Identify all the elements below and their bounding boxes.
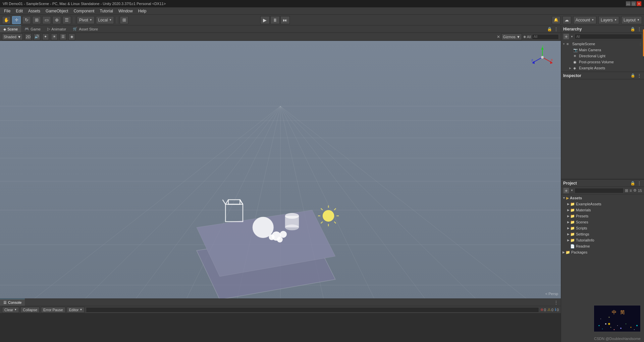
tab-console[interactable]: ☰ Console (0, 299, 25, 306)
menu-tutorial[interactable]: Tutorial (97, 8, 116, 14)
custom-tool-button[interactable]: ☰ (62, 16, 71, 24)
all-icon: ◈ (523, 35, 526, 39)
hierarchy-add-chevron-icon[interactable]: ▼ (571, 35, 573, 38)
pivot-dropdown[interactable]: Pivot ▼ (77, 16, 95, 24)
menu-file[interactable]: File (1, 8, 13, 14)
hierarchy-more-icon[interactable]: ⋮ (637, 26, 642, 32)
project-item-scenes[interactable]: ▶ 📁 Scenes (561, 219, 644, 225)
cloud-button[interactable]: ☁ (562, 16, 571, 24)
project-item-presets[interactable]: ▶ 📁 Presets (561, 213, 644, 219)
play-button[interactable]: ▶ (260, 16, 270, 24)
fx-button[interactable]: ☰ (60, 33, 66, 40)
svg-point-66 (634, 329, 635, 330)
menu-component[interactable]: Component (71, 8, 97, 14)
rect-tool-button[interactable]: ▭ (42, 16, 51, 24)
animator-tab-icon: ▷ (47, 27, 50, 31)
effects-button[interactable]: ✦ (42, 33, 49, 40)
hierarchy-scene-root[interactable]: ▼ ≡ SampleScene ⋮ (561, 41, 644, 47)
shading-dropdown[interactable]: Shaded ▼ (2, 33, 23, 40)
move-tool-button[interactable]: ✛ (12, 16, 21, 24)
tab-asset-store[interactable]: 🛒 Asset Store (69, 25, 101, 32)
menu-help[interactable]: Help (136, 8, 149, 14)
camera-icon: 📷 (573, 48, 578, 52)
project-search-input[interactable] (575, 188, 624, 193)
audio-button[interactable]: 🔊 (34, 33, 40, 40)
layers-dropdown[interactable]: Layers ▼ (598, 16, 619, 24)
scene-search-input[interactable] (532, 34, 559, 40)
scene-expand-icon: ▼ (562, 43, 567, 46)
project-item-readme[interactable]: ▶ 📄 Readme (561, 243, 644, 249)
clear-button[interactable]: Clear ▼ (2, 307, 19, 313)
grid-button[interactable]: ⊞ (120, 16, 128, 24)
tab-game[interactable]: 🎮 Game (21, 25, 44, 32)
menu-window[interactable]: Window (116, 8, 136, 14)
console-more-icon[interactable]: ⋮ (553, 300, 559, 305)
inspector-more-icon[interactable]: ⋮ (637, 73, 642, 78)
layout-dropdown[interactable]: Layout ▼ (621, 16, 642, 24)
shading-label: Shaded (4, 35, 16, 39)
assets-label: Assets (570, 196, 582, 200)
project-view-icon1[interactable]: ⊞ (625, 188, 628, 193)
2d-button[interactable]: 2D (25, 33, 32, 40)
project-more-icon[interactable]: ⋮ (637, 181, 642, 186)
lighting-button[interactable]: ☀ (51, 33, 58, 40)
project-item-materials[interactable]: ▶ 📁 Materials (561, 207, 644, 213)
project-item-scripts[interactable]: ▶ 📁 Scripts (561, 225, 644, 231)
persp-label: < Persp (545, 292, 558, 296)
hierarchy-item-directional-light[interactable]: ☀ Directional Light (561, 53, 644, 59)
hierarchy-item-example-assets[interactable]: ▶ ◈ Example Assets (561, 65, 644, 71)
menu-assets[interactable]: Assets (25, 8, 43, 14)
close-button[interactable]: ✕ (637, 1, 641, 6)
hierarchy-item-post-process[interactable]: ◉ Post-process Volume (561, 59, 644, 65)
tab-scene[interactable]: ◈ Scene (0, 25, 21, 32)
menu-gameobject[interactable]: GameObject (43, 8, 71, 14)
minimize-button[interactable]: — (626, 1, 631, 6)
editor-dropdown[interactable]: Editor ▼ (67, 307, 85, 313)
inspector-panel: Inspector 🔒 ⋮ (561, 72, 644, 179)
inspector-lock-icon[interactable]: 🔒 (631, 73, 635, 78)
menu-edit[interactable]: Edit (13, 8, 25, 14)
svg-point-69 (609, 317, 610, 318)
close-scene-icon[interactable]: ✕ (497, 35, 500, 39)
main-toolbar: ✋ ✛ ↻ ⊞ ▭ ⊕ ☰ Pivot ▼ Local ▼ ⊞ ▶ ⏸ ⏭ (0, 15, 644, 25)
hand-tool-button[interactable]: ✋ (2, 16, 11, 24)
step-button[interactable]: ⏭ (280, 16, 290, 24)
error-pause-button[interactable]: Error Pause (41, 307, 65, 313)
project-item-packages[interactable]: ▶ 📁 Packages (561, 249, 644, 255)
project-lock-icon[interactable]: 🔒 (630, 181, 635, 186)
transform-tool-button[interactable]: ⊕ (52, 16, 61, 24)
rotate-tool-button[interactable]: ↻ (22, 16, 31, 24)
hierarchy-add-button[interactable]: + (563, 33, 569, 40)
hierarchy-search-input[interactable] (575, 34, 642, 39)
account-dropdown[interactable]: Account ▼ (573, 16, 596, 24)
axis-gizmo: X Y Z (531, 46, 554, 70)
hierarchy-lock-icon[interactable]: 🔒 (630, 26, 635, 32)
project-item-settings[interactable]: ▶ 📁 Settings (561, 231, 644, 237)
project-view-icon2[interactable]: ≡ (630, 188, 632, 193)
project-add-chevron-icon[interactable]: ▼ (571, 189, 573, 192)
local-dropdown[interactable]: Local ▼ (96, 16, 114, 24)
tab-animator[interactable]: ▷ Animator (44, 25, 69, 32)
hierarchy-item-main-camera[interactable]: 📷 Main Camera (561, 47, 644, 53)
project-item-example-assets[interactable]: ▶ 📁 ExampleAssets (561, 201, 644, 207)
console-search-input[interactable] (86, 307, 539, 313)
inspector-header-right: 🔒 ⋮ (631, 73, 642, 78)
overlay-button[interactable]: ◈ (68, 33, 75, 40)
pause-button[interactable]: ⏸ (270, 16, 280, 24)
project-add-button[interactable]: + (563, 188, 569, 194)
scene-viewport[interactable]: < Persp (0, 41, 561, 298)
scene-lock-icon[interactable]: 🔒 (547, 26, 552, 32)
project-item-tutorial-info[interactable]: ▶ 📁 TutorialInfo (561, 237, 644, 243)
project-assets-root[interactable]: ▼ ▶ Assets (561, 195, 644, 201)
error-icon: ⊗ (540, 307, 543, 312)
maximize-button[interactable]: □ (631, 1, 636, 6)
error-count: 0 (544, 308, 546, 312)
gizmos-dropdown[interactable]: Gizmos ▼ (501, 33, 522, 40)
collapse-button[interactable]: Collapse (20, 307, 40, 313)
scene-more-icon[interactable]: ⋮ (553, 26, 559, 32)
scale-tool-button[interactable]: ⊞ (32, 16, 41, 24)
hierarchy-header: Hierarchy 🔒 ⋮ (561, 25, 644, 33)
collab-button[interactable]: 🔔 (552, 16, 560, 24)
svg-point-72 (608, 323, 610, 325)
svg-point-37 (323, 210, 334, 221)
